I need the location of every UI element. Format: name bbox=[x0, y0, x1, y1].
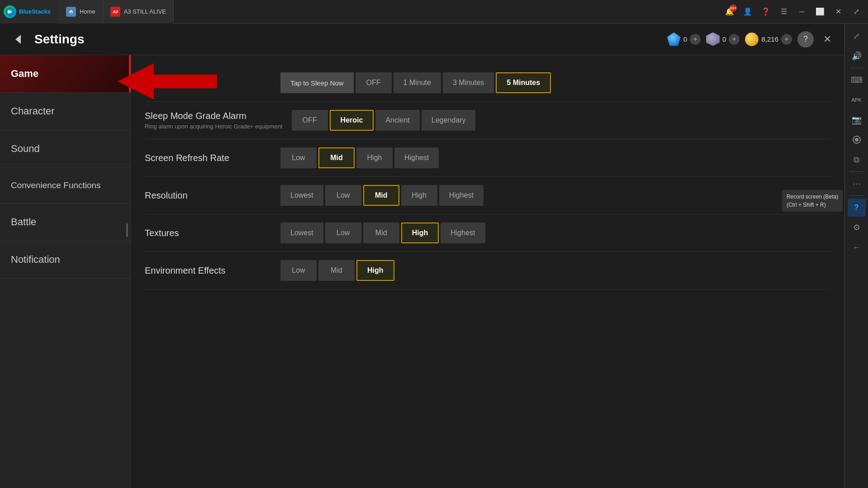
restore-button[interactable]: ⬜ bbox=[812, 4, 828, 20]
sidebar-item-notification[interactable]: Notification bbox=[0, 241, 131, 279]
top-bar: BlueStacks 🏠 Home A3 A3 STILL ALIVE 🔔 99… bbox=[0, 0, 868, 24]
auto-sleep-tap-now[interactable]: Tap to Sleep Now bbox=[280, 72, 354, 93]
coin-resource: 8,216 + bbox=[745, 33, 792, 46]
auto-sleep-off[interactable]: OFF bbox=[356, 72, 392, 93]
auto-sleep-1min[interactable]: 1 Minute bbox=[394, 72, 441, 93]
settings-title: Settings bbox=[34, 32, 84, 47]
setting-row-refresh-rate: Screen Refresh Rate Low Mid High Highest bbox=[145, 139, 831, 177]
account-button[interactable]: 👤 bbox=[740, 4, 756, 20]
gem-plus-btn[interactable]: + bbox=[690, 34, 701, 45]
grade-alarm-legendary[interactable]: Legendary bbox=[422, 110, 476, 131]
game-tab-icon: A3 bbox=[110, 7, 120, 17]
textures-low[interactable]: Low bbox=[325, 223, 361, 243]
env-effects-mid[interactable]: Mid bbox=[318, 260, 355, 281]
textures-highest[interactable]: Highest bbox=[441, 223, 485, 243]
textures-options: Lowest Low Mid High Highest bbox=[280, 223, 485, 243]
settings-body: Game Character Sound Convenience Functio… bbox=[0, 55, 844, 488]
refresh-low[interactable]: Low bbox=[280, 147, 317, 168]
minimize-button[interactable]: ─ bbox=[794, 4, 810, 20]
textures-high[interactable]: High bbox=[401, 223, 439, 243]
header-close-btn[interactable]: ✕ bbox=[819, 31, 835, 47]
header-question-btn[interactable]: ? bbox=[797, 31, 814, 47]
rs-layers-btn[interactable]: ⧉ bbox=[848, 151, 866, 169]
resolution-mid[interactable]: Mid bbox=[363, 185, 399, 206]
sidebar-item-sound[interactable]: Sound bbox=[0, 130, 131, 168]
settings-back-btn[interactable] bbox=[9, 30, 27, 48]
rs-more-btn[interactable]: ⋯ bbox=[848, 175, 866, 193]
refresh-mid[interactable]: Mid bbox=[318, 147, 355, 168]
auto-sleep-5min[interactable]: 5 Minutes bbox=[496, 72, 551, 93]
rs-apk-btn[interactable]: APK bbox=[848, 91, 866, 109]
setting-row-textures: Textures Lowest Low Mid High Highest bbox=[145, 214, 831, 252]
menu-button[interactable]: ☰ bbox=[776, 4, 792, 20]
resolution-high[interactable]: High bbox=[401, 185, 437, 206]
setting-label-env-effects: Environment Effects bbox=[145, 265, 271, 276]
home-tab-icon: 🏠 bbox=[66, 7, 76, 17]
top-bar-right: 🔔 99+ 👤 ❓ ☰ ─ ⬜ ✕ ⤢ bbox=[721, 4, 868, 20]
content-panel: Auto Sleep Tap to Sleep Now OFF 1 Minute… bbox=[131, 55, 844, 488]
resolution-options: Lowest Low Mid High Highest bbox=[280, 185, 484, 206]
notification-button[interactable]: 🔔 99+ bbox=[721, 4, 738, 20]
setting-sublabel-grade-alarm: Ring alarm upon acquiring Heroic Grade+ … bbox=[145, 123, 283, 130]
rs-volume-btn[interactable]: 🔊 bbox=[848, 47, 866, 65]
close-button[interactable]: ✕ bbox=[830, 4, 846, 20]
left-menu: Game Character Sound Convenience Functio… bbox=[0, 55, 131, 488]
grade-alarm-ancient[interactable]: Ancient bbox=[375, 110, 419, 131]
game-tab-label: A3 STILL ALIVE bbox=[124, 8, 166, 15]
refresh-high[interactable]: High bbox=[356, 147, 393, 168]
scroll-indicator bbox=[126, 223, 128, 237]
rs-screenshot-btn[interactable]: 📷 bbox=[848, 111, 866, 129]
setting-row-auto-sleep: Auto Sleep Tap to Sleep Now OFF 1 Minute… bbox=[145, 64, 831, 102]
auto-sleep-3min[interactable]: 3 Minutes bbox=[443, 72, 494, 93]
coin-amount: 8,216 bbox=[761, 35, 778, 43]
bluestacks-icon bbox=[4, 5, 16, 18]
sidebar-item-battle-label: Battle bbox=[11, 216, 36, 227]
setting-label-resolution: Resolution bbox=[145, 190, 271, 201]
coin-icon bbox=[745, 33, 759, 46]
rs-help-btn[interactable]: ? bbox=[848, 199, 866, 217]
resolution-highest[interactable]: Highest bbox=[439, 185, 484, 206]
sidebar-item-character-label: Character bbox=[11, 105, 55, 117]
sidebar-item-battle[interactable]: Battle bbox=[0, 204, 131, 241]
bluestacks-logo: BlueStacks bbox=[0, 0, 59, 24]
setting-row-grade-alarm: Sleep Mode Grade Alarm Ring alarm upon a… bbox=[145, 102, 831, 139]
sidebar-item-character[interactable]: Character bbox=[0, 93, 131, 130]
rs-keyboard-btn[interactable]: ⌨ bbox=[848, 71, 866, 89]
textures-mid[interactable]: Mid bbox=[363, 223, 399, 243]
fullscreen-button[interactable]: ⤢ bbox=[848, 4, 864, 20]
help-button[interactable]: ❓ bbox=[758, 4, 774, 20]
env-effects-low[interactable]: Low bbox=[280, 260, 317, 281]
coin-plus-btn[interactable]: + bbox=[781, 34, 792, 45]
sidebar-item-game[interactable]: Game bbox=[0, 55, 131, 93]
textures-lowest[interactable]: Lowest bbox=[280, 223, 323, 243]
header-resources: 0 + 0 + 8,216 + ? ✕ bbox=[667, 31, 835, 47]
setting-label-grade-alarm: Sleep Mode Grade Alarm Ring alarm upon a… bbox=[145, 111, 283, 130]
sidebar-item-convenience[interactable]: Convenience Functions bbox=[0, 168, 131, 204]
sidebar-item-sound-label: Sound bbox=[11, 143, 40, 154]
right-sidebar: ⤢ 🔊 ⌨ APK 📷 ⧉ ⋯ ? ⚙ ← bbox=[844, 24, 868, 488]
rs-settings-btn[interactable]: ⚙ bbox=[848, 218, 866, 237]
env-effects-high[interactable]: High bbox=[356, 260, 394, 281]
sidebar-item-game-label: Game bbox=[11, 68, 38, 79]
sidebar-item-convenience-label: Convenience Functions bbox=[11, 180, 101, 190]
env-effects-options: Low Mid High bbox=[280, 260, 394, 281]
refresh-highest[interactable]: Highest bbox=[394, 147, 439, 168]
crystal-plus-btn[interactable]: + bbox=[729, 34, 740, 45]
gem-icon bbox=[667, 33, 681, 46]
rs-divider-3 bbox=[849, 195, 864, 196]
grade-alarm-heroic[interactable]: Heroic bbox=[330, 110, 374, 131]
grade-alarm-options: OFF Heroic Ancient Legendary bbox=[292, 110, 476, 131]
refresh-rate-options: Low Mid High Highest bbox=[280, 147, 439, 168]
crystal-amount: 0 bbox=[722, 35, 726, 43]
rs-record-btn[interactable] bbox=[848, 131, 866, 149]
tab-game[interactable]: A3 A3 STILL ALIVE bbox=[103, 0, 174, 24]
gem-resource: 0 + bbox=[667, 33, 701, 46]
rs-back-btn[interactable]: ← bbox=[848, 238, 866, 256]
grade-alarm-off[interactable]: OFF bbox=[292, 110, 328, 131]
rs-expand-btn[interactable]: ⤢ bbox=[848, 27, 866, 45]
rs-divider-1 bbox=[849, 68, 864, 68]
tab-home[interactable]: 🏠 Home bbox=[59, 0, 103, 24]
svg-marker-4 bbox=[15, 35, 21, 44]
resolution-low[interactable]: Low bbox=[325, 185, 361, 206]
resolution-lowest[interactable]: Lowest bbox=[280, 185, 323, 206]
